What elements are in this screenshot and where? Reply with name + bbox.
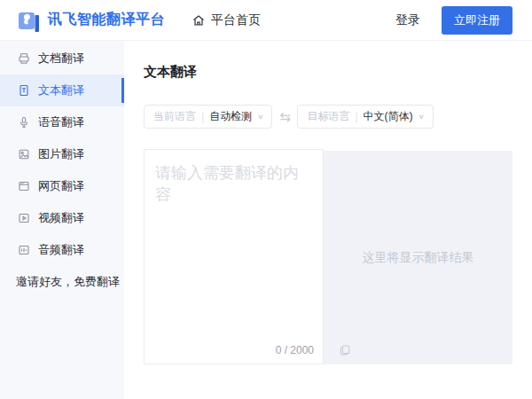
language-select-row: 当前语言 | 自动检测 ∨ ⇆ 目标语言 | 中文(简体) ∨ xyxy=(144,105,512,129)
target-language-select[interactable]: 目标语言 | 中文(简体) ∨ xyxy=(297,105,433,129)
sidebar-invite-link[interactable]: 邀请好友，免费翻译 xyxy=(0,266,124,298)
source-language-select[interactable]: 当前语言 | 自动检测 ∨ xyxy=(144,105,272,129)
target-language-prefix: 目标语言 xyxy=(307,109,349,124)
register-button[interactable]: 立即注册 xyxy=(442,6,512,35)
text-translate-icon xyxy=(18,84,30,97)
sidebar-item-document-translate[interactable]: 文档翻译 xyxy=(0,43,124,74)
home-label: 平台首页 xyxy=(211,12,261,28)
sidebar-item-label: 音频翻译 xyxy=(38,242,84,258)
sidebar-item-audio-translate[interactable]: 音频翻译 xyxy=(0,234,124,266)
sidebar-item-label: 视频翻译 xyxy=(38,210,84,226)
sidebar-item-label: 文本翻译 xyxy=(38,82,84,98)
result-panel: 这里将显示翻译结果 xyxy=(324,151,512,364)
sidebar: 文档翻译 文本翻译 语音翻译 图片翻译 xyxy=(0,41,124,399)
sidebar-item-video-translate[interactable]: 视频翻译 xyxy=(0,202,124,234)
source-language-value: 自动检测 xyxy=(209,109,252,124)
sidebar-item-text-translate[interactable]: 文本翻译 xyxy=(0,74,124,106)
copy-icon[interactable] xyxy=(340,345,350,356)
target-language-value: 中文(简体) xyxy=(364,109,413,124)
sidebar-item-label: 图片翻译 xyxy=(38,146,84,162)
page-body: 文档翻译 文本翻译 语音翻译 图片翻译 xyxy=(0,41,532,399)
swap-languages-icon[interactable]: ⇆ xyxy=(272,109,297,125)
chevron-down-icon: ∨ xyxy=(419,113,425,121)
select-separator: | xyxy=(201,111,204,123)
document-translate-icon xyxy=(18,52,30,65)
sidebar-item-label: 文档翻译 xyxy=(38,51,84,66)
result-placeholder-text: 这里将显示翻译结果 xyxy=(363,250,474,266)
login-link[interactable]: 登录 xyxy=(395,12,420,28)
logo-icon xyxy=(18,9,41,32)
source-text-panel: 0 / 2000 xyxy=(144,149,324,364)
voice-translate-icon xyxy=(18,116,30,129)
home-icon xyxy=(192,13,206,27)
image-translate-icon xyxy=(18,148,30,160)
video-translate-icon xyxy=(18,212,30,224)
page-title: 文本翻译 xyxy=(144,64,512,79)
audio-translate-icon xyxy=(18,244,30,256)
header: 讯飞智能翻译平台 平台首页 登录 立即注册 xyxy=(0,0,532,41)
logo[interactable]: 讯飞智能翻译平台 xyxy=(18,9,165,32)
sidebar-item-label: 语音翻译 xyxy=(38,114,84,130)
main-content: 文本翻译 当前语言 | 自动检测 ∨ ⇆ 目标语言 | 中文(简体) ∨ 0 /… xyxy=(124,41,532,399)
sidebar-item-voice-translate[interactable]: 语音翻译 xyxy=(0,106,124,138)
source-language-prefix: 当前语言 xyxy=(153,109,196,124)
sidebar-item-label: 网页翻译 xyxy=(38,178,84,194)
logo-text: 讯飞智能翻译平台 xyxy=(48,11,165,29)
chevron-down-icon: ∨ xyxy=(257,113,263,121)
char-count: 0 / 2000 xyxy=(276,344,314,356)
translate-panels: 0 / 2000 这里将显示翻译结果 xyxy=(144,149,512,364)
nav-home[interactable]: 平台首页 xyxy=(192,12,261,28)
select-separator: | xyxy=(355,111,357,123)
sidebar-item-image-translate[interactable]: 图片翻译 xyxy=(0,138,124,170)
sidebar-item-webpage-translate[interactable]: 网页翻译 xyxy=(0,170,124,202)
webpage-translate-icon xyxy=(18,180,30,192)
source-text-input[interactable] xyxy=(145,150,323,340)
